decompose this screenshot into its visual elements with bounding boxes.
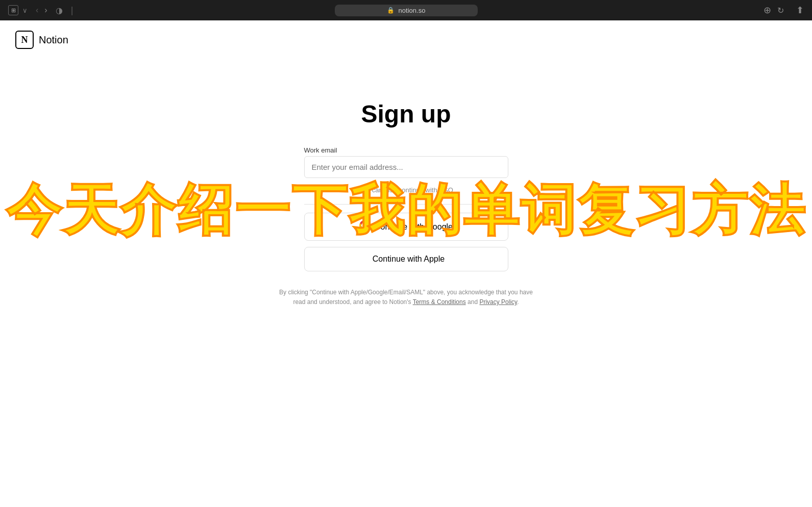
page-content: N Notion Sign up Work email You can also… (0, 20, 812, 507)
share-icon[interactable]: ⬆ (796, 5, 804, 16)
notion-header: N Notion (0, 20, 812, 59)
browser-chrome: ⊞ ∨ ‹ › ◑ | 🔒 notion.so ⊕ ↻ ⬆ (0, 0, 812, 20)
forward-button[interactable]: › (42, 5, 49, 15)
email-field-group: Work email (304, 146, 508, 178)
email-input[interactable] (304, 156, 508, 178)
sso-text: You can also continue with SSO (304, 186, 508, 194)
google-signin-button[interactable]: Continue with Google (304, 213, 508, 241)
email-label: Work email (304, 146, 508, 154)
signup-title: Sign up (361, 100, 451, 128)
divider-line-right (409, 204, 508, 205)
apple-signin-button[interactable]: Continue with Apple (304, 247, 508, 271)
tab-icon: ⊞ (8, 5, 18, 15)
divider-line-left (304, 204, 404, 205)
apple-button-label: Continue with Apple (373, 255, 445, 264)
nav-arrows: ‹ › (34, 5, 50, 15)
browser-actions: ⊕ ↻ ⬆ (764, 5, 804, 16)
google-icon (359, 220, 370, 233)
privacy-link[interactable]: Privacy Policy (479, 298, 517, 306)
terms-link[interactable]: Terms & Conditions (413, 298, 466, 306)
legal-text: By clicking "Continue with Apple/Google/… (279, 288, 534, 307)
notion-logo-icon: N (15, 31, 34, 49)
translate-icon[interactable]: ⊕ (764, 5, 771, 16)
back-button[interactable]: ‹ (34, 5, 40, 15)
tab-chevron: ∨ (22, 7, 28, 14)
signup-container: Sign up Work email You can also continue… (0, 59, 812, 307)
tab-area: ⊞ ∨ (8, 5, 28, 15)
form-area: Work email You can also continue with SS… (304, 146, 508, 271)
divider (304, 204, 508, 205)
reader-mode-icon[interactable]: ◑ (56, 6, 63, 15)
refresh-icon[interactable]: ↻ (777, 6, 784, 15)
google-button-label: Continue with Google (375, 222, 453, 232)
lock-icon: 🔒 (387, 7, 395, 14)
notion-logo-text: Notion (39, 34, 68, 46)
address-bar[interactable]: 🔒 notion.so (335, 5, 478, 16)
url-text: notion.so (399, 7, 426, 14)
divider-bar: | (71, 5, 73, 16)
